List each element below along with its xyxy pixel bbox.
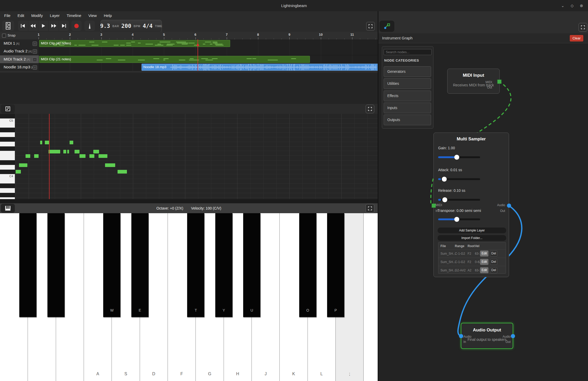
white-key[interactable] — [364, 213, 378, 381]
audio-out-port[interactable] — [507, 204, 511, 208]
midi-note[interactable] — [40, 141, 42, 144]
film-strip-button[interactable] — [2, 21, 14, 31]
midi-note[interactable] — [26, 154, 30, 158]
record-button[interactable] — [71, 21, 82, 31]
midi-note[interactable] — [93, 150, 99, 153]
roll-key-d4[interactable] — [0, 165, 15, 170]
category-button-effects[interactable]: Effects — [384, 91, 431, 101]
audio-output-node[interactable]: Audio Output Final output to speakers Au… — [461, 323, 513, 349]
track-header-audio-track-2[interactable]: Audio Track 2[A]- — [0, 47, 39, 55]
roll-key-cs4[interactable] — [0, 170, 15, 175]
track-row[interactable]: MIDI Clip (21 notes)MIDI Track 2[A]- — [0, 55, 378, 63]
rewind-button[interactable] — [28, 21, 38, 31]
roll-key-cs5[interactable] — [0, 114, 15, 119]
roll-key-c5[interactable]: C5 — [0, 118, 15, 123]
sampler-button-add-sample-layer[interactable]: Add Sample Layer — [438, 228, 506, 233]
slider-thumb[interactable] — [442, 177, 447, 182]
slider-thumb[interactable] — [454, 217, 459, 222]
track-mini-button[interactable]: - — [33, 41, 37, 46]
track-header-midi-1[interactable]: MIDI 1[A]- — [0, 39, 39, 47]
midi-input-node[interactable]: MIDI Input Receives MIDI from track MIDI… — [447, 69, 500, 94]
fast-forward-button[interactable] — [49, 21, 59, 31]
delete-button[interactable]: Del — [490, 267, 497, 273]
roll-key-gs3[interactable] — [0, 193, 15, 198]
track-scroll-strip[interactable] — [0, 71, 378, 73]
midi-note[interactable] — [48, 150, 60, 153]
delete-button[interactable]: Del — [490, 251, 497, 257]
track-lane[interactable]: Noodle 18.mp3 — [39, 63, 378, 71]
category-button-inputs[interactable]: Inputs — [384, 103, 431, 113]
snap-checkbox[interactable] — [2, 34, 6, 38]
maximize-button[interactable]: ◇ — [569, 3, 575, 8]
midi-note[interactable] — [99, 154, 107, 158]
graph-fullscreen-button[interactable] — [579, 23, 587, 32]
track-header-noodle-18-mp3[interactable]: Noodle 18.mp3[A]- — [0, 63, 39, 71]
clear-graph-button[interactable]: Clear — [570, 35, 583, 41]
category-button-generators[interactable]: Generators — [384, 66, 431, 77]
roll-key-b4[interactable] — [0, 123, 15, 128]
multi-sampler-node[interactable]: Multi Sampler Gain: 1.00Attack: 0.01 ssR… — [433, 133, 509, 277]
roll-key-as4[interactable] — [0, 128, 15, 133]
menu-item-edit[interactable]: Edit — [17, 13, 24, 18]
slider-track[interactable] — [438, 178, 480, 180]
piano-roll-fullscreen-button[interactable] — [366, 105, 374, 113]
skip-forward-button[interactable] — [59, 21, 69, 31]
black-key[interactable] — [47, 213, 65, 317]
track-header-midi-track-2[interactable]: MIDI Track 2[A]- — [0, 55, 39, 63]
midi-note[interactable] — [105, 163, 115, 167]
edit-button[interactable]: Edit — [480, 259, 488, 265]
black-key-w[interactable]: W — [103, 213, 120, 317]
slider-thumb[interactable] — [442, 197, 447, 202]
edit-button[interactable]: Edit — [480, 267, 488, 273]
midi-note[interactable] — [118, 170, 127, 174]
midi-note[interactable] — [75, 150, 79, 153]
midi-note[interactable] — [67, 150, 69, 153]
midi-note[interactable] — [34, 154, 39, 158]
piano-roll-grid[interactable] — [15, 114, 378, 199]
slider-track[interactable] — [438, 218, 480, 220]
piano-roll-tool-button[interactable] — [1, 104, 15, 113]
timeline-fullscreen-button[interactable] — [366, 22, 375, 31]
roll-key-g3[interactable] — [0, 197, 15, 199]
track-row[interactable]: Noodle 18.mp3Noodle 18.mp3[A]- — [0, 63, 378, 71]
slider-track[interactable] — [438, 156, 480, 158]
menu-item-modify[interactable]: Modify — [31, 13, 43, 18]
roll-key-a4[interactable] — [0, 132, 15, 137]
sampler-button-import-folder[interactable]: Import Folder... — [438, 235, 506, 241]
roll-key-as3[interactable] — [0, 183, 15, 188]
track-lane[interactable] — [39, 47, 378, 55]
audio-out-port[interactable] — [511, 334, 515, 338]
minimize-button[interactable]: ⌄ — [560, 3, 566, 8]
track-row[interactable]: Audio Track 2[A]- — [0, 47, 378, 55]
black-key-e[interactable]: E — [131, 213, 149, 317]
midi-note[interactable] — [79, 154, 85, 158]
black-key-p[interactable]: P — [327, 213, 344, 317]
menu-item-help[interactable]: Help — [104, 13, 112, 18]
roll-key-fs4[interactable] — [0, 146, 15, 151]
black-key-y[interactable]: Y — [215, 213, 232, 317]
clip-audio[interactable]: Noodle 18.mp3 — [142, 64, 378, 71]
skip-back-button[interactable] — [18, 21, 28, 31]
track-mini-button[interactable]: - — [33, 57, 37, 62]
midi-note[interactable] — [70, 141, 73, 144]
roll-key-e4[interactable] — [0, 156, 15, 160]
metronome-button[interactable] — [84, 21, 95, 31]
node-graph-button[interactable] — [379, 21, 394, 32]
slider-track[interactable] — [438, 199, 480, 201]
slider-thumb[interactable] — [454, 155, 459, 160]
keyboard-fullscreen-button[interactable] — [366, 204, 374, 213]
search-input[interactable] — [384, 49, 432, 55]
clip-midi[interactable]: MIDI Clip (40 notes) — [39, 40, 230, 47]
roll-key-c4[interactable]: C4 — [0, 174, 15, 179]
black-key[interactable] — [19, 213, 36, 317]
menu-item-layer[interactable]: Layer — [50, 13, 60, 18]
black-key-t[interactable]: T — [187, 213, 204, 317]
menu-item-file[interactable]: File — [4, 13, 10, 18]
midi-in-port[interactable] — [432, 204, 436, 208]
black-key-o[interactable]: O — [299, 213, 316, 317]
track-row[interactable]: MIDI Clip (40 notes)MIDI 1[A]- — [0, 39, 378, 47]
roll-key-g4[interactable] — [0, 142, 15, 147]
track-lane[interactable]: MIDI Clip (21 notes) — [39, 55, 378, 63]
roll-key-ds4[interactable] — [0, 160, 15, 165]
close-button[interactable]: ⊗ — [579, 3, 584, 8]
